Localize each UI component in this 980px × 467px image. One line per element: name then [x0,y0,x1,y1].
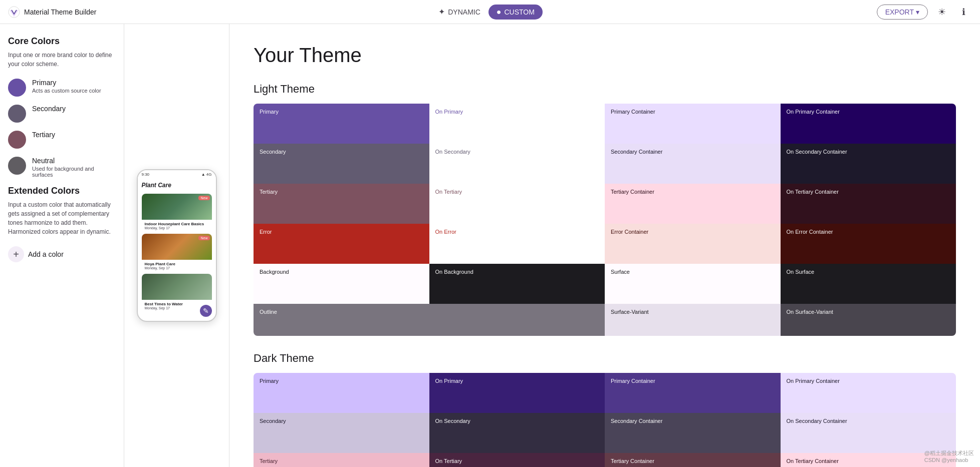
dynamic-icon: ✦ [438,7,445,17]
color-swatch: Error Container [605,224,781,264]
phone-card-1-title: Indoor Houseplant Care Basics [145,222,209,226]
color-swatch: On Primary Container [781,373,956,413]
phone-signal: ▲ 4G [201,172,212,177]
color-swatch: Surface-Variant [605,304,781,336]
color-swatch: On Primary Container [781,104,956,144]
color-swatch: Tertiary Container [605,184,781,224]
theme-toggle-button[interactable]: ☀ [934,4,950,20]
app-title: Material Theme Builder [24,8,96,16]
color-swatch: Primary Container [605,373,781,413]
material-logo [8,6,20,18]
color-swatch: Tertiary [254,453,429,467]
add-color-button[interactable]: + Add a color [8,244,64,264]
add-color-label: Add a color [28,250,64,258]
color-item-primary[interactable]: Primary Acts as custom source color [8,79,116,97]
color-swatch: Primary [254,373,429,413]
color-swatch: Tertiary Container [605,453,781,467]
color-name-tertiary: Tertiary [32,131,55,139]
color-swatch: Secondary Container [605,144,781,184]
color-swatch: On Tertiary Container [781,184,956,224]
phone-card-3-image [142,274,212,300]
color-swatch: Primary Container [605,104,781,144]
color-list: Primary Acts as custom source color Seco… [8,79,116,178]
dynamic-tab[interactable]: ✦ DYNAMIC [430,4,488,20]
custom-tab[interactable]: ● CUSTOM [488,5,543,20]
color-swatch: On Secondary Container [781,144,956,184]
color-circle-primary [8,79,26,97]
color-swatch: On Primary [429,104,605,144]
color-item-secondary[interactable]: Secondary [8,105,116,123]
phone-card-2: New Hoya Plant Care Monday, Sep 17 [142,234,212,272]
phone-header: Plant Care [138,179,216,192]
export-button[interactable]: EXPORT ▾ [877,5,928,20]
phone-time: 9:30 [142,172,150,177]
content-area: Your Theme Light Theme PrimaryOn Primary… [229,24,980,467]
nav-left: Material Theme Builder [8,6,96,18]
extended-colors-title: Extended Colors [8,186,116,196]
phone-app-title: Plant Care [142,182,212,189]
plus-icon: + [8,246,24,262]
watermark: @稻土掘金技术社区CSDN @yenhaob [924,449,974,463]
color-swatch: On Error [429,224,605,264]
color-name-secondary: Secondary [32,105,66,113]
phone-card-1: New Indoor Houseplant Care Basics Monday… [142,194,212,232]
color-info-neutral: Neutral Used for background and surfaces [32,157,116,178]
color-swatch: On Secondary [429,144,605,184]
color-swatch: On Primary [429,373,605,413]
theme-title: Your Theme [254,44,956,67]
light-theme-title: Light Theme [254,83,956,96]
phone-status-bar: 9:30 ▲ 4G [138,170,216,179]
phone-card-3-date: Monday, Sep 17 [145,306,209,310]
phone-card-3-title: Best Times to Water [145,302,209,306]
color-swatch: On Tertiary [429,184,605,224]
phone-card-1-date: Monday, Sep 17 [145,226,209,230]
color-swatch: Primary [254,104,429,144]
color-circle-neutral [8,157,26,175]
color-item-neutral[interactable]: Neutral Used for background and surfaces [8,157,116,178]
phone-card-2-date: Monday, Sep 17 [145,266,209,270]
info-button[interactable]: ℹ [956,4,972,20]
color-swatch: Background [254,264,429,304]
top-nav: Material Theme Builder ✦ DYNAMIC ● CUSTO… [0,0,980,24]
nav-right: EXPORT ▾ ☀ ℹ [877,4,972,20]
phone-mockup: 9:30 ▲ 4G Plant Care New Indoor Housepla… [137,169,217,322]
dark-theme-title: Dark Theme [254,352,956,365]
color-swatch: On Secondary [429,413,605,453]
color-swatch: Secondary Container [605,413,781,453]
color-name-neutral: Neutral [32,157,116,165]
color-swatch: Tertiary [254,184,429,224]
phone-preview-area: 9:30 ▲ 4G Plant Care New Indoor Housepla… [124,24,229,467]
color-name-primary: Primary [32,79,101,87]
color-swatch: On Background [429,264,605,304]
color-circle-tertiary [8,131,26,149]
color-item-tertiary[interactable]: Tertiary [8,131,116,149]
color-swatch: On Secondary Container [781,413,956,453]
custom-icon: ● [497,8,502,17]
core-colors-desc: Input one or more brand color to define … [8,51,116,69]
info-icon: ℹ [962,7,965,18]
main-layout: Core Colors Input one or more brand colo… [0,24,980,467]
phone-fab: ✎ [200,305,212,317]
color-swatch: Secondary [254,413,429,453]
sidebar: Core Colors Input one or more brand colo… [0,24,124,467]
color-swatch: Outline [254,304,605,336]
color-desc-neutral: Used for background and surfaces [32,166,116,178]
color-swatch: Error [254,224,429,264]
phone-new-badge-1: New [198,196,209,200]
nav-center: ✦ DYNAMIC ● CUSTOM [430,4,543,20]
dark-color-grid: PrimaryOn PrimaryPrimary ContainerOn Pri… [254,373,956,467]
color-swatch: Secondary [254,144,429,184]
brightness-icon: ☀ [938,7,946,18]
color-swatch: Surface [605,264,781,304]
color-circle-secondary [8,105,26,123]
phone-card-1-text: Indoor Houseplant Care Basics Monday, Se… [142,220,212,232]
phone-card-2-title: Hoya Plant Care [145,262,209,266]
color-info-primary: Primary Acts as custom source color [32,79,101,94]
phone-card-2-text: Hoya Plant Care Monday, Sep 17 [142,260,212,272]
color-swatch: On Tertiary [429,453,605,467]
light-color-grid: PrimaryOn PrimaryPrimary ContainerOn Pri… [254,104,956,336]
core-colors-title: Core Colors [8,36,116,47]
color-info-secondary: Secondary [32,105,66,113]
color-swatch: On Surface-Variant [781,304,956,336]
color-info-tertiary: Tertiary [32,131,55,139]
